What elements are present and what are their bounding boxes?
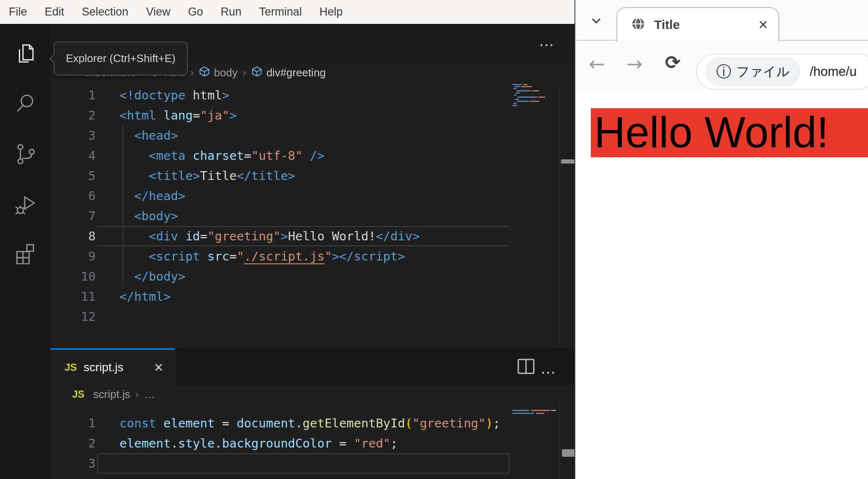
line-content: <div id="greeting">Hello World!</div> — [96, 226, 420, 246]
minimap[interactable] — [512, 410, 562, 423]
address-bar[interactable]: ⓘ ファイル /home/u — [696, 54, 868, 90]
code-line: 7 <body> — [50, 206, 509, 226]
line-content — [96, 307, 120, 327]
indent-guide — [122, 125, 123, 286]
browser-viewport: Hello World! — [575, 91, 868, 479]
line-number: 7 — [50, 206, 96, 226]
browser-toolbar: ← → ⟳ ⓘ ファイル /home/u — [575, 41, 868, 90]
menu-item-edit[interactable]: Edit — [36, 0, 73, 24]
code-line: 1const element = document.getElementById… — [50, 413, 509, 433]
line-number: 5 — [50, 166, 96, 186]
menu-bar: FileEditSelectionViewGoRunTerminalHelp — [0, 0, 574, 24]
editor-more-actions-button[interactable]: ⋯ — [539, 37, 555, 52]
vscode-window: FileEditSelectionViewGoRunTerminalHelp — [0, 0, 574, 479]
back-button[interactable]: ← — [589, 54, 605, 73]
reload-button[interactable]: ⟳ — [665, 53, 681, 72]
menu-item-file[interactable]: File — [0, 0, 36, 24]
extensions-icon — [14, 242, 36, 266]
line-content: const element = document.getElementById(… — [96, 413, 500, 433]
close-icon[interactable]: ✕ — [154, 361, 164, 375]
menu-item-run[interactable]: Run — [212, 0, 250, 24]
sidebar-item-source-control[interactable] — [0, 129, 50, 179]
menu-item-go[interactable]: Go — [179, 0, 212, 24]
scrollbar-divider — [559, 404, 560, 479]
breadcrumb: JSscript.js›… — [50, 385, 574, 404]
code-editor-script-js[interactable]: 1const element = document.getElementById… — [50, 413, 574, 479]
screen: FileEditSelectionViewGoRunTerminalHelp — [0, 0, 868, 479]
sidebar-item-explorer[interactable] — [0, 29, 50, 79]
line-content: </html> — [96, 286, 171, 307]
scheme-label: ファイル — [736, 63, 790, 81]
code-line: 3 — [50, 453, 509, 474]
scrollbar-handle[interactable] — [562, 449, 574, 457]
info-icon: ⓘ — [716, 64, 731, 79]
scrollbar-handle[interactable] — [561, 159, 574, 164]
files-icon — [14, 42, 36, 66]
menu-item-help[interactable]: Help — [311, 0, 352, 24]
git-branch-icon — [14, 142, 36, 166]
scrollbar-divider — [559, 85, 560, 347]
line-number: 9 — [50, 246, 96, 266]
tab-script-js[interactable]: JS script.js ✕ — [50, 348, 175, 385]
symbol-cube-icon — [199, 66, 210, 80]
line-content — [96, 453, 120, 474]
menu-item-terminal[interactable]: Terminal — [250, 0, 311, 24]
line-number: 2 — [50, 105, 96, 125]
code-editor-index-html[interactable]: 1<!doctype html>2<html lang="ja">3 <head… — [50, 85, 574, 347]
line-number: 1 — [50, 85, 96, 105]
current-line-highlight — [97, 453, 509, 474]
file-link[interactable]: ./script.js — [244, 249, 325, 263]
minimap[interactable] — [512, 84, 556, 108]
code-line: 5 <title>Title</title> — [50, 166, 509, 186]
sidebar-item-extensions[interactable] — [0, 229, 50, 279]
code-line: 8 <div id="greeting">Hello World!</div> — [50, 226, 509, 246]
split-editor-button[interactable] — [517, 357, 536, 377]
line-number: 4 — [50, 146, 96, 166]
line-content: </body> — [96, 266, 185, 286]
line-number: 11 — [50, 286, 96, 307]
code-line: 4 <meta charset="utf-8" /> — [50, 146, 509, 166]
line-content: <title>Title</title> — [96, 166, 295, 186]
line-number: 12 — [50, 307, 96, 327]
line-number: 3 — [50, 125, 96, 146]
line-number: 10 — [50, 266, 96, 286]
line-content: <!doctype html> — [96, 85, 229, 105]
code-line: 2element.style.backgroundColor = "red"; — [50, 433, 509, 453]
line-number: 6 — [50, 186, 96, 206]
sidebar-item-search[interactable] — [0, 79, 50, 129]
browser-tabstrip: Title ✕ — [575, 0, 868, 41]
code-line: 1<!doctype html> — [50, 85, 509, 105]
symbol-cube-icon — [251, 66, 262, 80]
editor-more-actions-button[interactable]: ⋯ — [541, 365, 557, 380]
js-file-icon: JS — [72, 388, 84, 400]
line-content: <body> — [96, 206, 178, 226]
tab-label: script.js — [83, 361, 123, 374]
tab-title: Title — [654, 18, 680, 32]
file-scheme-chip[interactable]: ⓘ ファイル — [705, 57, 800, 86]
line-number: 3 — [50, 453, 96, 474]
sidebar-item-run-debug[interactable] — [0, 179, 50, 229]
line-number: 1 — [50, 413, 96, 433]
forward-button[interactable]: → — [626, 54, 643, 73]
run-debug-icon — [14, 192, 36, 216]
greeting-heading: Hello World! — [591, 108, 868, 157]
editor-tabbar-script-js: JS script.js ✕ ⋯ — [50, 348, 574, 385]
js-file-icon: JS — [65, 362, 77, 373]
line-number: 2 — [50, 433, 96, 453]
line-number: 8 — [50, 226, 96, 246]
breadcrumb-file[interactable]: JSscript.js — [72, 388, 130, 401]
close-icon[interactable]: ✕ — [758, 18, 768, 32]
code-line: 11</html> — [50, 286, 509, 307]
browser-tab-title[interactable]: Title ✕ — [616, 7, 779, 42]
breadcrumb-segment[interactable]: div#greeting — [251, 66, 326, 80]
line-content: element.style.backgroundColor = "red"; — [96, 433, 398, 453]
menu-item-selection[interactable]: Selection — [73, 0, 137, 24]
breadcrumb-segment[interactable]: … — [144, 388, 155, 401]
breadcrumb-separator: › — [130, 388, 144, 401]
globe-icon — [631, 16, 646, 33]
menu-item-view[interactable]: View — [137, 0, 179, 24]
breadcrumb-segment[interactable]: body — [199, 66, 237, 80]
code-line: 9 <script src="./script.js"></script> — [50, 246, 509, 266]
code-line: 2<html lang="ja"> — [50, 105, 509, 125]
tab-search-chevron-button[interactable] — [588, 13, 605, 31]
